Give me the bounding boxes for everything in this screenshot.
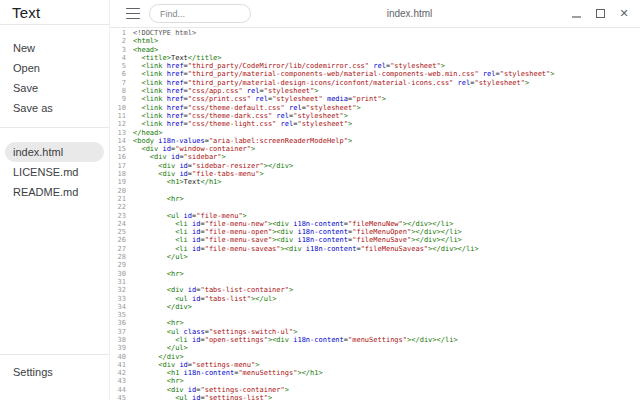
code-line[interactable]: 21 <hr> — [110, 195, 640, 203]
code-text: <li id="file-menu-saveas"><div i18n-cont… — [130, 245, 479, 253]
line-number: 1 — [110, 29, 130, 37]
minimize-button[interactable] — [568, 6, 584, 22]
code-line[interactable]: 1<!DOCTYPE html> — [110, 29, 640, 37]
code-text: <link href="css/theme-default.css" rel="… — [130, 104, 361, 112]
line-number: 28 — [110, 253, 130, 261]
code-text: <div id="settings-container"> — [130, 386, 289, 394]
code-line[interactable]: 13</head> — [110, 129, 640, 137]
code-text: <div id="settings-menu"> — [130, 361, 259, 369]
code-line[interactable]: 31 — [110, 278, 640, 286]
file-tab-readme-md[interactable]: README.md — [5, 182, 104, 202]
code-line[interactable]: 29 — [110, 261, 640, 269]
open-files-list: index.html LICENSE.md README.md — [0, 128, 109, 202]
code-text: <link href="css/print.css" rel="styleshe… — [130, 95, 386, 103]
menu-item-save[interactable]: Save — [0, 78, 109, 98]
code-text: </ul> — [130, 253, 188, 261]
code-line[interactable]: 10 <link href="css/theme-default.css" re… — [110, 104, 640, 112]
code-line[interactable]: 42 <h1 i18n-content="menuSettings"></h1> — [110, 369, 640, 377]
code-line[interactable]: 34 </div> — [110, 303, 640, 311]
code-line[interactable]: 24 <li id="file-menu-new"><div i18n-cont… — [110, 220, 640, 228]
settings-button[interactable]: Settings — [0, 362, 109, 382]
window-controls: ✕ — [568, 6, 640, 22]
code-line[interactable]: 4 <title>Text</title> — [110, 54, 640, 62]
code-line[interactable]: 25 <li id="file-menu-open"><div i18n-con… — [110, 228, 640, 236]
code-line[interactable]: 9 <link href="css/print.css" rel="styles… — [110, 95, 640, 103]
code-text: <link href="third_party/material-compone… — [130, 70, 555, 78]
sidebar: Text New Open Save Save as index.html LI… — [0, 0, 110, 400]
code-line[interactable]: 40 </div> — [110, 353, 640, 361]
code-line[interactable]: 8 <link href="css/app.css" rel="styleshe… — [110, 87, 640, 95]
code-line[interactable]: 15 <div id="window-container"> — [110, 145, 640, 153]
code-line[interactable]: 43 <hr> — [110, 377, 640, 385]
code-text: <hr> — [130, 319, 184, 327]
code-line[interactable]: 38 <li id="open-settings"><div i18n-cont… — [110, 336, 640, 344]
maximize-icon — [596, 9, 605, 18]
line-number: 23 — [110, 212, 130, 220]
code-text — [130, 311, 133, 319]
code-line[interactable]: 35 — [110, 311, 640, 319]
file-menu: New Open Save Save as — [0, 25, 109, 127]
code-line[interactable]: 22 — [110, 203, 640, 211]
code-line[interactable]: 20 — [110, 187, 640, 195]
code-editor[interactable]: 1<!DOCTYPE html>2<html>3<head>4 <title>T… — [110, 28, 640, 400]
code-text: </div> — [130, 303, 192, 311]
code-line[interactable]: 2<html> — [110, 37, 640, 45]
divider — [0, 354, 109, 355]
code-text: </ul> — [130, 344, 188, 352]
code-line[interactable]: 26 <li id="file-menu-save"><div i18n-con… — [110, 236, 640, 244]
code-line[interactable]: 28 </ul> — [110, 253, 640, 261]
line-number: 44 — [110, 386, 130, 394]
code-line[interactable]: 41 <div id="settings-menu"> — [110, 361, 640, 369]
file-tab-license-md[interactable]: LICENSE.md — [5, 162, 104, 182]
line-number: 4 — [110, 54, 130, 62]
code-text — [130, 203, 133, 211]
code-text — [130, 278, 133, 286]
code-line[interactable]: 30 <hr> — [110, 270, 640, 278]
code-text: <div id="window-container"> — [130, 145, 255, 153]
code-line[interactable]: 45 <ul id="settings-list"> — [110, 394, 640, 400]
code-text: <hr> — [130, 195, 184, 203]
find-input[interactable] — [149, 4, 251, 23]
code-line[interactable]: 32 <div id="tabs-list-container"> — [110, 286, 640, 294]
code-text: <link href="css/theme-light.css" rel="st… — [130, 120, 352, 128]
code-line[interactable]: 37 <ul class="settings-switch-ul"> — [110, 328, 640, 336]
menu-item-new[interactable]: New — [0, 38, 109, 58]
code-line[interactable]: 11 <link href="css/theme-dark.css" rel="… — [110, 112, 640, 120]
hamburger-menu-icon[interactable] — [126, 8, 140, 20]
code-line[interactable]: 39 </ul> — [110, 344, 640, 352]
code-line[interactable]: 18 <div id="file-tabs-menu"> — [110, 170, 640, 178]
menu-item-open[interactable]: Open — [0, 58, 109, 78]
code-line[interactable]: 27 <li id="file-menu-saveas"><div i18n-c… — [110, 245, 640, 253]
code-line[interactable]: 16 <div id="sidebar"> — [110, 153, 640, 161]
code-text: <ul id="file-menu"> — [130, 212, 247, 220]
code-line[interactable]: 12 <link href="css/theme-light.css" rel=… — [110, 120, 640, 128]
code-line[interactable]: 7 <link href="third_party/material-desig… — [110, 79, 640, 87]
close-button[interactable]: ✕ — [616, 6, 632, 22]
line-number: 16 — [110, 153, 130, 161]
code-line[interactable]: 3<head> — [110, 46, 640, 54]
code-line[interactable]: 23 <ul id="file-menu"> — [110, 212, 640, 220]
code-line[interactable]: 14<body i18n-values="aria-label:screenRe… — [110, 137, 640, 145]
line-number: 35 — [110, 311, 130, 319]
line-number: 8 — [110, 87, 130, 95]
file-tab-index-html[interactable]: index.html — [5, 142, 104, 162]
line-number: 5 — [110, 62, 130, 70]
code-text: <link href="css/theme-dark.css" rel="sty… — [130, 112, 348, 120]
code-line[interactable]: 19 <h1>Text</h1> — [110, 178, 640, 186]
code-line[interactable]: 17 <div id="sidebar-resizer"></div> — [110, 162, 640, 170]
code-text: <body i18n-values="aria-label:screenRead… — [130, 137, 352, 145]
code-line[interactable]: 6 <link href="third_party/material-compo… — [110, 70, 640, 78]
sidebar-bottom: Settings — [0, 354, 109, 400]
menu-item-save-as[interactable]: Save as — [0, 98, 109, 118]
code-line[interactable]: 5 <link href="third_party/CodeMirror/lib… — [110, 62, 640, 70]
code-line[interactable]: 33 <ul id="tabs-list"></ul> — [110, 295, 640, 303]
line-number: 20 — [110, 187, 130, 195]
code-line[interactable]: 44 <div id="settings-container"> — [110, 386, 640, 394]
line-number: 29 — [110, 261, 130, 269]
app-title: Text — [12, 4, 40, 21]
code-text: <li id="file-menu-open"><div i18n-conten… — [130, 228, 462, 236]
line-number: 34 — [110, 303, 130, 311]
code-line[interactable]: 36 <hr> — [110, 319, 640, 327]
line-number: 19 — [110, 178, 130, 186]
maximize-button[interactable] — [592, 6, 608, 22]
